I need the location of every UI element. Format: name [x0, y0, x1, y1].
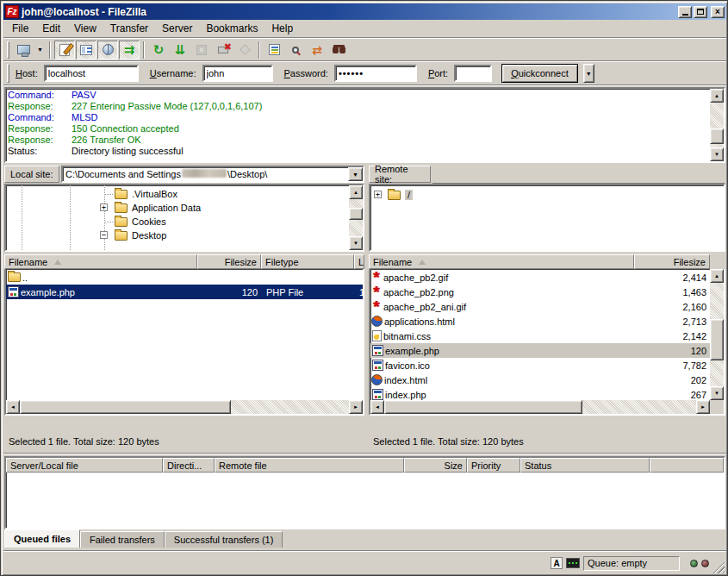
scrollbar-thumb[interactable]: [384, 400, 582, 414]
collapse-minus-icon[interactable]: −: [100, 231, 108, 239]
username-label: Username:: [148, 68, 198, 78]
column-header-filesize[interactable]: Filesize: [197, 254, 261, 269]
scroll-up-icon[interactable]: ▲: [710, 89, 724, 103]
list-item[interactable]: * apache_pb2_ani.gif 2,160: [370, 299, 710, 314]
close-button[interactable]: ×: [711, 6, 725, 18]
scroll-down-icon[interactable]: ▼: [349, 236, 363, 250]
quickconnect-button[interactable]: Quickconnect: [501, 64, 578, 83]
title-bar[interactable]: Fz john@localhost - FileZilla ×: [3, 3, 726, 20]
resize-grip[interactable]: [712, 561, 725, 573]
column-header-server-local-file[interactable]: Server/Local file: [6, 458, 163, 473]
toggle-remote-tree-button[interactable]: [97, 41, 118, 59]
tree-item-application-data[interactable]: + Application Data: [6, 201, 363, 215]
column-header-lastmodified[interactable]: L: [354, 254, 364, 269]
process-queue-button[interactable]: ⇊: [170, 41, 190, 59]
list-item[interactable]: index.html 202: [370, 373, 710, 387]
file-size: 2,414: [629, 272, 706, 283]
transfer-queue-icon: ⇉: [124, 43, 135, 56]
local-site-combo[interactable]: C:\Documents and Settings\Desktop\ ▼: [61, 166, 364, 183]
chevron-down-icon: ▼: [37, 47, 43, 53]
site-manager-button[interactable]: [13, 41, 34, 59]
username-input[interactable]: [202, 65, 273, 82]
scrollbar-thumb[interactable]: [349, 208, 363, 220]
tree-item-virtualbox[interactable]: .VirtualBox: [6, 187, 363, 201]
scrollbar-thumb[interactable]: [710, 128, 724, 144]
list-item[interactable]: bitnami.css 2,142: [370, 329, 710, 343]
php-file-icon: [372, 345, 383, 356]
column-header-size[interactable]: Size: [404, 458, 467, 473]
list-item[interactable]: favicon.ico 7,782: [370, 358, 710, 373]
tab-failed-transfers[interactable]: Failed transfers: [80, 531, 165, 548]
menu-edit[interactable]: Edit: [35, 21, 67, 36]
scroll-left-icon[interactable]: ◄: [370, 400, 384, 414]
column-header-direction[interactable]: Directi...: [163, 458, 215, 473]
list-item-selected[interactable]: example.php 120: [370, 343, 710, 358]
scroll-down-icon[interactable]: ▼: [710, 386, 724, 400]
site-manager-dropdown-button[interactable]: ▼: [34, 41, 46, 59]
scrollbar-thumb[interactable]: [20, 400, 231, 414]
log-scrollbar[interactable]: ▲ ▼: [710, 89, 724, 161]
log-type: Response:: [6, 101, 72, 112]
list-item[interactable]: * apache_pb2.png 1,463: [370, 285, 710, 299]
column-header-filetype[interactable]: Filetype: [261, 254, 354, 269]
menu-bookmarks[interactable]: Bookmarks: [199, 21, 264, 36]
column-header-remote-file[interactable]: Remote file: [215, 458, 404, 473]
refresh-button[interactable]: ↻: [148, 41, 169, 59]
maximize-button[interactable]: [694, 6, 707, 18]
column-header-filesize[interactable]: Filesize: [634, 254, 710, 269]
column-header-filename[interactable]: Filename: [4, 254, 197, 269]
menu-transfer[interactable]: Transfer: [103, 21, 155, 36]
menu-file[interactable]: File: [5, 21, 35, 36]
scroll-up-icon[interactable]: ▲: [710, 269, 724, 283]
password-input[interactable]: [334, 65, 417, 82]
remote-list-vscrollbar[interactable]: ▲ ▼: [710, 269, 724, 400]
column-header-status[interactable]: Status: [520, 458, 650, 473]
file-name: favicon.ico: [383, 360, 430, 371]
scroll-right-icon[interactable]: ►: [696, 400, 710, 414]
file-size: 1,463: [629, 287, 706, 297]
synchronized-browsing-button[interactable]: ⇄: [307, 41, 327, 59]
file-size: 7,782: [629, 360, 706, 371]
expand-plus-icon[interactable]: +: [374, 191, 382, 198]
expand-plus-icon[interactable]: +: [100, 203, 108, 211]
scroll-down-icon[interactable]: ▼: [710, 147, 724, 161]
list-item[interactable]: * apache_pb2.gif 2,414: [370, 270, 710, 285]
tab-queued-files[interactable]: Queued files: [4, 529, 80, 548]
log-type: Command:: [6, 90, 72, 101]
list-item-example-php[interactable]: example.php 120 PHP File 1: [6, 285, 363, 299]
column-header-priority[interactable]: Priority: [467, 458, 520, 473]
disconnect-button[interactable]: ✖: [213, 41, 233, 59]
tree-item-root[interactable]: + /: [370, 188, 724, 202]
column-header-filename[interactable]: Filename: [369, 254, 634, 269]
tree-item-cookies[interactable]: Cookies: [6, 215, 363, 229]
scrollbar-thumb[interactable]: [710, 319, 724, 360]
toggle-transfer-queue-button[interactable]: ⇉: [119, 41, 140, 59]
find-files-button[interactable]: [328, 41, 349, 59]
menu-server[interactable]: Server: [155, 21, 199, 36]
local-list-hscrollbar[interactable]: ◄ ►: [6, 400, 363, 414]
toolbar: ▼ ⇉ ↻ ⇊ × ✖ ⇄: [3, 39, 726, 60]
directory-comparison-button[interactable]: [285, 41, 306, 59]
local-tree-scrollbar[interactable]: ▲ ▼: [349, 185, 363, 250]
remote-list-hscrollbar[interactable]: ◄ ►: [370, 400, 710, 414]
tree-item-desktop[interactable]: − Desktop: [6, 229, 363, 242]
scroll-right-icon[interactable]: ►: [349, 400, 363, 414]
menu-help[interactable]: Help: [264, 21, 300, 36]
css-file-icon: [372, 330, 382, 341]
port-input[interactable]: [454, 65, 492, 82]
toggle-local-tree-button[interactable]: [76, 41, 96, 59]
menu-bar: File Edit View Transfer Server Bookmarks…: [3, 20, 726, 37]
menu-view[interactable]: View: [67, 21, 103, 36]
quickconnect-dropdown-button[interactable]: ▼: [583, 64, 594, 83]
minimize-button[interactable]: [678, 6, 692, 18]
toggle-message-log-button[interactable]: [54, 41, 75, 59]
scroll-up-icon[interactable]: ▲: [349, 185, 363, 199]
scroll-left-icon[interactable]: ◄: [6, 400, 20, 414]
list-item-parent-dir[interactable]: ..: [6, 270, 363, 285]
list-item[interactable]: applications.html 2,713: [370, 314, 710, 329]
chevron-down-icon[interactable]: ▼: [348, 167, 363, 181]
tab-successful-transfers[interactable]: Successful transfers (1): [165, 531, 283, 548]
file-name: example.php: [19, 287, 75, 297]
host-input[interactable]: [44, 65, 139, 82]
filter-button[interactable]: [264, 41, 284, 59]
